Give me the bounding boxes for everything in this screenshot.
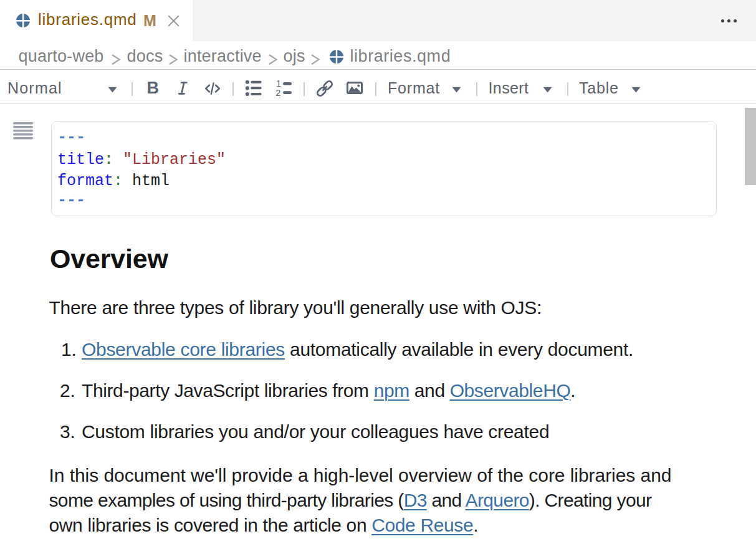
svg-text:1: 1 [276, 80, 281, 88]
svg-text:2: 2 [275, 88, 280, 97]
